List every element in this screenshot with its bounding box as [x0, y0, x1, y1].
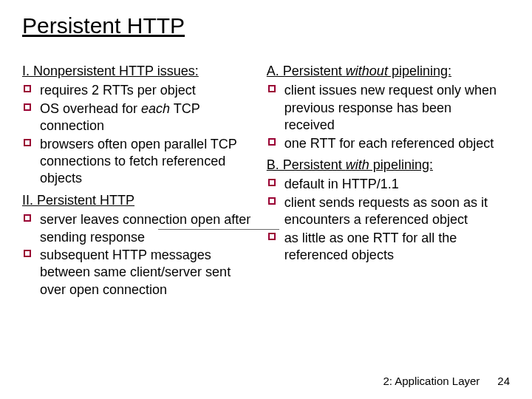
slide-footer: 2: Application Layer 24: [383, 375, 510, 387]
heading-nonpersistent: I. Nonpersistent HTTP issues:: [22, 63, 199, 80]
list-persistent: server leaves connection open after send…: [22, 211, 256, 299]
right-column: A. Persistent without pipelining: client…: [267, 63, 501, 303]
slide: Persistent HTTP I. Nonpersistent HTTP is…: [0, 0, 532, 399]
footer-page-number: 24: [497, 375, 510, 387]
heading-prefix: I.: [22, 64, 33, 78]
content-columns: I. Nonpersistent HTTP issues: requires 2…: [22, 63, 510, 303]
heading-with-pipelining: B. Persistent with pipelining:: [267, 157, 433, 174]
heading-text: Persistent HTTP: [37, 193, 134, 208]
heading-text: Nonpersistent HTTP issues:: [33, 64, 199, 78]
list-item: subsequent HTTP messages between same cl…: [22, 247, 256, 299]
heading-persistent: II. Persistent HTTP: [22, 192, 134, 209]
heading-without-pipelining: A. Persistent without pipelining:: [267, 63, 451, 80]
list-item: server leaves connection open after send…: [22, 211, 256, 246]
list-item: OS overhead for each TCP connection: [22, 100, 256, 135]
list-item: as little as one RTT for all the referen…: [267, 230, 501, 265]
list-without-pipelining: client issues new request only when prev…: [267, 82, 501, 152]
heading-prefix: II.: [22, 193, 37, 208]
footer-chapter: 2: Application Layer: [383, 375, 480, 387]
left-column: I. Nonpersistent HTTP issues: requires 2…: [22, 63, 256, 303]
slide-title: Persistent HTTP: [22, 13, 510, 38]
list-nonpersistent: requires 2 RTTs per object OS overhead f…: [22, 82, 256, 187]
list-item: default in HTTP/1.1: [267, 176, 501, 193]
list-item: client issues new request only when prev…: [267, 82, 501, 134]
list-item: requires 2 RTTs per object: [22, 82, 256, 99]
list-item: browsers often open parallel TCP connect…: [22, 136, 256, 188]
list-with-pipelining: default in HTTP/1.1 client sends request…: [267, 176, 501, 264]
list-item: client sends requests as soon as it enco…: [267, 194, 501, 229]
list-item: one RTT for each referenced object: [267, 135, 501, 152]
